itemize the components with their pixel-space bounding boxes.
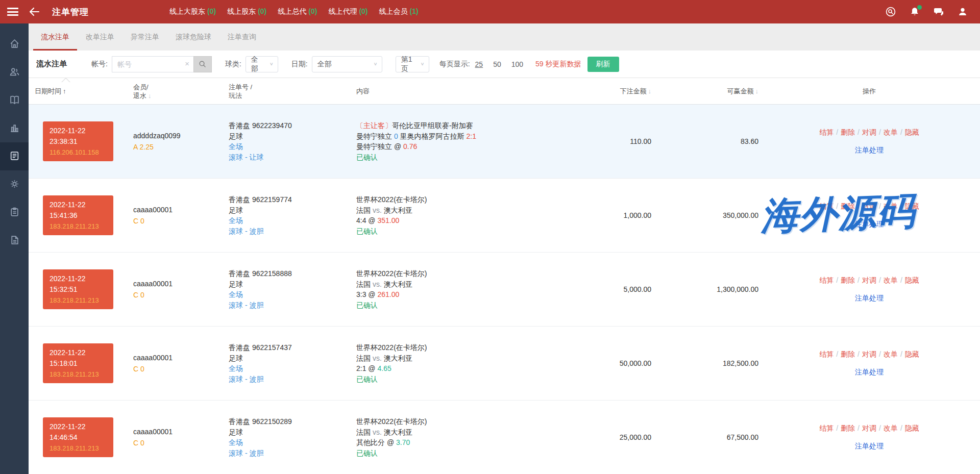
action-swap[interactable]: 对调 (862, 424, 876, 432)
action-process-link[interactable]: 注单处理 (855, 442, 884, 451)
action-hide[interactable]: 隐藏 (905, 350, 919, 358)
sidebar-item-users[interactable] (0, 58, 29, 86)
order-play-link[interactable]: 滚球 - 波胆 (229, 448, 355, 459)
action-swap[interactable]: 对调 (862, 276, 876, 284)
order-play-link[interactable]: 滚球 - 波胆 (229, 300, 355, 311)
action-process-link[interactable]: 注单处理 (855, 294, 884, 303)
cell-bet-amount: 25,000.00 (590, 401, 651, 474)
order-scope-link[interactable]: 全场 (229, 363, 355, 374)
action-modify[interactable]: 改单 (884, 202, 898, 210)
content-segment: 0 (394, 132, 398, 140)
tab-modified-orders[interactable]: 改单注单 (80, 23, 120, 51)
order-scope-link[interactable]: 全场 (229, 437, 355, 448)
action-swap[interactable]: 对调 (862, 350, 876, 358)
member-rebate: C 0 (133, 363, 228, 375)
col-header-actions: 操作 (758, 87, 980, 95)
action-modify[interactable]: 改单 (884, 276, 898, 284)
page-title: 注单管理 (52, 6, 89, 18)
per-page-option-25[interactable]: 25 (475, 60, 483, 68)
win-amount: 67,500.00 (727, 433, 758, 441)
page-select[interactable]: 第1页 ∨ (396, 56, 429, 72)
content-segment: vs. (373, 206, 382, 214)
content-segment: 法国 (356, 280, 373, 288)
sidebar-item-settings[interactable] (0, 170, 29, 198)
ball-select[interactable]: 全部 ∨ (246, 56, 278, 72)
cell-win-amount: 67,500.00 (651, 401, 758, 474)
sidebar-item-tasks[interactable] (0, 198, 29, 227)
action-settle[interactable]: 结算 (819, 350, 834, 358)
action-swap[interactable]: 对调 (862, 202, 876, 210)
action-separator: / (879, 424, 881, 432)
sidebar-item-orders[interactable] (0, 142, 29, 170)
col-header-order[interactable]: 注单号 / 玩法 (228, 83, 355, 100)
cell-datetime: 2022-11-22 15:18:01 183.218.211.213 (29, 327, 131, 400)
search-icon[interactable] (886, 7, 896, 17)
sidebar-item-logs[interactable] (0, 227, 29, 255)
order-number: 香港盘 9622159774 (229, 194, 355, 205)
content-line: 4:4 @ 351.00 (356, 215, 590, 226)
menu-icon[interactable] (7, 8, 18, 16)
sidebar-item-reports[interactable] (0, 86, 29, 114)
action-hide[interactable]: 隐藏 (905, 424, 919, 432)
refresh-button[interactable]: 刷新 (587, 57, 619, 72)
action-settle[interactable]: 结算 (819, 128, 834, 136)
col-header-content: 内容 (355, 87, 590, 95)
action-separator: / (900, 128, 902, 136)
content-line: 法国 vs. 澳大利亚 (356, 353, 590, 364)
back-arrow-icon[interactable] (29, 7, 40, 16)
chat-icon[interactable] (934, 7, 944, 17)
ball-select-value: 全部 (251, 55, 264, 73)
action-delete[interactable]: 删除 (841, 424, 855, 432)
action-hide[interactable]: 隐藏 (905, 276, 919, 284)
order-play-link[interactable]: 滚球 - 波胆 (229, 226, 355, 237)
order-play-link[interactable]: 滚球 - 波胆 (229, 374, 355, 385)
order-play-link[interactable]: 滚球 - 让球 (229, 152, 355, 163)
action-modify[interactable]: 改单 (884, 424, 898, 432)
action-delete[interactable]: 删除 (841, 350, 855, 358)
action-delete[interactable]: 删除 (841, 128, 855, 136)
action-settle[interactable]: 结算 (819, 424, 834, 432)
cell-win-amount: 1,300,000.00 (651, 253, 758, 326)
sidebar-item-home[interactable] (0, 30, 29, 58)
action-settle[interactable]: 结算 (819, 202, 834, 210)
account-input[interactable] (112, 56, 193, 72)
cell-content: 〔主让客〕哥伦比亚甲组联赛-附加赛曼特宁独立 0 里奥内格罗阿古拉斯 2:1曼特… (355, 105, 590, 178)
action-settle[interactable]: 结算 (819, 276, 834, 284)
action-hide[interactable]: 隐藏 (905, 202, 919, 210)
action-process-link[interactable]: 注单处理 (855, 146, 884, 155)
action-delete[interactable]: 删除 (841, 276, 855, 284)
date-select[interactable]: 全部 ∨ (312, 56, 382, 72)
col-header-member[interactable]: 会员/ 退水↓ (131, 83, 228, 100)
per-page-option-50[interactable]: 50 (493, 60, 501, 68)
action-swap[interactable]: 对调 (862, 128, 876, 136)
tab-order-query[interactable]: 注单查询 (222, 23, 262, 51)
datetime-badge: 2022-11-22 23:38:31 116.206.101.158 (43, 121, 113, 161)
tab-flow-orders[interactable]: 流水注单 (35, 23, 75, 51)
tab-bar: 流水注单 改单注单 异常注单 滚球危险球 注单查询 (29, 23, 980, 51)
action-hide[interactable]: 隐藏 (905, 128, 919, 136)
bell-icon[interactable] (910, 7, 920, 17)
action-process-link[interactable]: 注单处理 (855, 220, 884, 229)
action-delete[interactable]: 删除 (841, 202, 855, 210)
order-scope-link[interactable]: 全场 (229, 289, 355, 300)
action-links: 结算/删除/对调/改单/隐藏 (818, 128, 920, 137)
account-search-button[interactable] (193, 56, 212, 72)
cell-win-amount: 83.60 (651, 105, 758, 178)
user-icon[interactable] (958, 7, 968, 17)
action-modify[interactable]: 改单 (884, 128, 898, 136)
action-process-link[interactable]: 注单处理 (855, 368, 884, 377)
stat-major-shareholder: 线上大股东(0) (169, 7, 216, 16)
per-page-option-100[interactable]: 100 (511, 60, 523, 68)
tab-rolling-danger-ball[interactable]: 滚球危险球 (170, 23, 217, 51)
bet-ip: 183.218.211.213 (50, 443, 113, 454)
col-header-win-amount[interactable]: 可赢金额↓ (651, 87, 758, 95)
action-separator: / (879, 128, 881, 136)
tab-abnormal-orders[interactable]: 异常注单 (125, 23, 165, 51)
order-scope-link[interactable]: 全场 (229, 141, 355, 152)
action-modify[interactable]: 改单 (884, 350, 898, 358)
col-header-datetime[interactable]: 日期时间↑ (29, 87, 131, 95)
sidebar-item-statistics[interactable] (0, 114, 29, 142)
order-scope-link[interactable]: 全场 (229, 215, 355, 226)
col-header-bet-amount[interactable]: 下注金额↓ (590, 87, 651, 95)
clear-icon[interactable]: × (185, 60, 189, 67)
